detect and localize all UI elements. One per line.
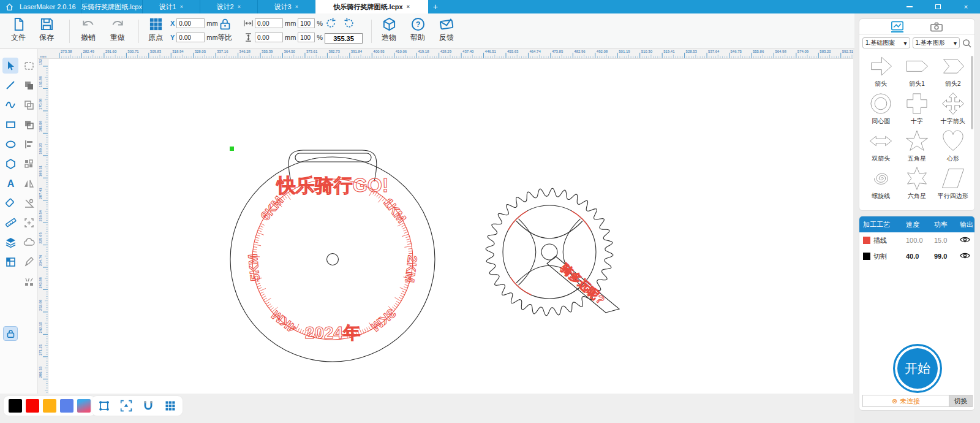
tab-gallery[interactable] [891,21,903,32]
tool-measure-ruler[interactable] [2,215,18,231]
tool-align[interactable] [21,136,37,152]
new-tab-button[interactable]: + [428,0,443,13]
x-position-input[interactable] [176,18,205,28]
color-swatch-orange[interactable] [43,399,56,413]
category-dropdown-primary[interactable]: 1.基础图案 ▾ [862,37,910,48]
process-row-cut[interactable]: 切割 40.0 99.0 [859,248,974,264]
redo-button[interactable]: 重做 [104,17,131,43]
tab-document-active[interactable]: 快乐骑行奖牌图纸.lcpx × [315,0,428,13]
width-percent-input[interactable] [298,18,315,28]
ratio-lock-button[interactable]: 等比 [211,17,238,43]
tool-marquee-select[interactable] [21,58,37,74]
color-swatch-gradient[interactable] [77,399,91,413]
tool-cloud[interactable] [21,234,37,250]
tool-weld[interactable] [21,77,37,93]
tool-arrange[interactable] [21,156,37,172]
tab-design-1[interactable]: 设计1 × [142,0,200,13]
save-button[interactable]: 保存 [33,17,60,43]
tool-line[interactable] [2,77,18,93]
fit-view-icon[interactable] [119,398,134,413]
tool-break-apart[interactable] [21,273,37,289]
height-percent-input[interactable] [298,32,315,42]
design-canvas[interactable]: 1KM2KM3KM4KM5KM6KM 快乐骑行GO! 2024年 骑多远呢? [48,59,853,394]
tool-angle-measure[interactable] [21,195,37,211]
switch-device-button[interactable]: 切换 [949,395,973,407]
tool-text[interactable]: A [2,175,18,191]
medal-title-text[interactable]: 快乐骑行GO! [276,175,389,196]
tool-eraser[interactable] [2,195,18,211]
help-button[interactable]: ? 帮助 [404,17,431,43]
tab-camera[interactable] [930,22,943,32]
tool-ellipse[interactable] [2,136,18,152]
shape-item-double-arrow[interactable]: 双箭头 [863,127,899,164]
undo-button[interactable]: 撤销 [75,17,102,43]
tool-expand-frame[interactable] [21,215,37,231]
shape-item-concentric-circle[interactable]: 同心圆 [863,90,899,127]
shape-item-partial[interactable] [863,202,899,211]
rotate-cw-icon[interactable] [343,17,355,29]
tab-document-1[interactable]: 快乐骑行奖牌图纸.lcpx × [81,0,142,13]
grid-toggle-icon[interactable] [163,398,178,413]
tool-subtract[interactable] [21,116,37,132]
file-button[interactable]: 文件 [5,17,32,43]
canvas-lock-button[interactable] [3,326,18,341]
tab-close-icon[interactable]: × [180,4,183,10]
tab-close-icon[interactable]: × [407,4,410,10]
shape-item-spiral[interactable]: 螺旋线 [863,164,899,202]
shape-item-parallelogram[interactable]: 平行四边形 [935,164,971,202]
minimize-button[interactable] [895,0,924,13]
tab-design-2[interactable]: 设计2 × [200,0,257,13]
y-position-input[interactable] [176,32,205,42]
start-button[interactable]: 开始 [893,344,942,393]
tool-curve[interactable] [2,97,18,113]
tool-pen[interactable] [21,254,37,270]
home-icon[interactable] [0,0,18,13]
category-dropdown-secondary[interactable]: 1.基本图形 ▾ [913,37,960,48]
shape-item-arrow2[interactable]: 箭头2 [935,52,971,90]
gear-drawing[interactable]: 骑多远呢? [486,188,619,316]
create-button[interactable]: 造物 [375,17,402,43]
color-swatch-red[interactable] [26,399,39,413]
process-row-engrave[interactable]: 描线 100.0 15.0 [859,232,974,248]
shape-item-cross[interactable]: 十字 [899,90,935,127]
width-input[interactable] [255,18,283,28]
shape-item-star5[interactable]: 五角星 [899,127,935,164]
tab-design-3[interactable]: 设计3 × [257,0,315,13]
magnet-snap-icon[interactable] [141,398,156,413]
library-scrollbar[interactable] [971,56,973,129]
tool-polygon[interactable] [2,156,18,172]
tab-close-icon[interactable]: × [238,4,241,10]
medal-year-text[interactable]: 2024年 [305,323,360,342]
rotate-ccw-icon[interactable] [325,17,337,29]
shape-item-cross-arrow[interactable]: 十字箭头 [935,90,971,127]
shape-item-heart[interactable]: 心形 [935,127,971,164]
tool-rectangle[interactable] [2,116,18,132]
height-input[interactable] [255,32,283,42]
color-swatch-blue[interactable] [60,399,74,413]
feedback-button[interactable]: 反馈 [433,17,460,43]
tool-select[interactable] [2,58,18,74]
ruler-unit-label: mm [38,49,48,59]
anchor-point-marker[interactable] [230,147,234,151]
search-icon[interactable] [962,39,971,48]
maximize-button[interactable] [924,0,952,13]
frame-select-icon[interactable] [97,398,111,413]
shape-item-star6[interactable]: 六角星 [899,164,935,202]
rotation-input[interactable] [325,33,363,44]
color-swatch-black[interactable] [9,399,22,413]
origin-button[interactable]: 原点 [142,17,169,43]
visibility-eye-icon[interactable] [960,236,975,245]
shape-item-partial[interactable] [935,202,971,211]
shape-item-partial[interactable] [899,202,935,211]
tool-duplicate[interactable] [21,97,37,113]
visibility-eye-icon[interactable] [960,252,975,261]
shape-item-arrow[interactable]: 箭头 [863,52,899,90]
close-button[interactable]: × [952,0,980,13]
connection-status[interactable]: ⊗ 未连接 [862,395,949,407]
tab-close-icon[interactable]: × [295,4,298,10]
tool-mirror[interactable] [21,175,37,191]
tool-layers[interactable] [2,234,18,250]
medal-drawing[interactable]: 1KM2KM3KM4KM5KM6KM 快乐骑行GO! 2024年 [230,150,435,362]
shape-item-arrow1[interactable]: 箭头1 [899,52,935,90]
tool-table[interactable] [2,254,18,270]
